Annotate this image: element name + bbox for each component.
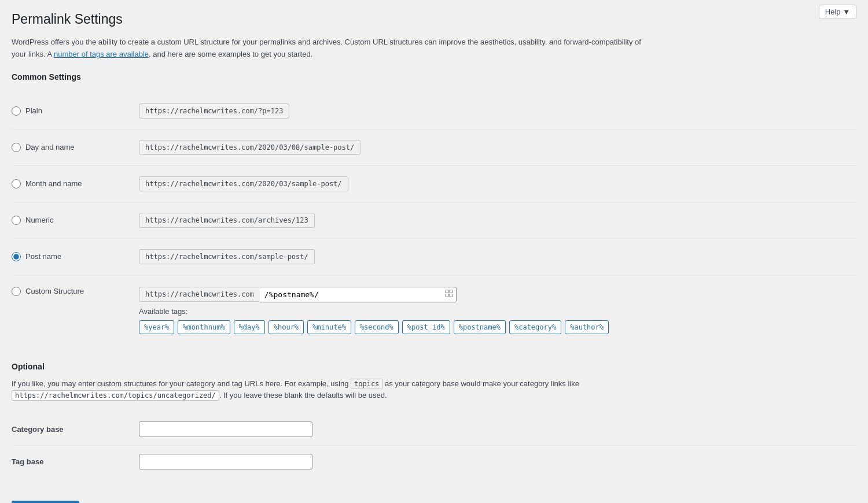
tag-year[interactable]: %year% <box>139 320 174 334</box>
custom-structure-input[interactable] <box>260 287 457 302</box>
tag-day[interactable]: %day% <box>234 320 265 334</box>
svg-rect-0 <box>446 290 448 293</box>
tags-available-link[interactable]: number of tags are available <box>54 50 149 58</box>
month-and-name-label: Month and name <box>25 179 82 188</box>
month-and-name-radio[interactable] <box>12 179 21 188</box>
optional-table: Category base Tag base <box>12 413 856 478</box>
svg-rect-1 <box>450 290 453 293</box>
optional-desc-part2: as your category base would make your ca… <box>382 379 579 388</box>
day-and-name-radio-label[interactable]: Day and name <box>12 143 139 152</box>
tag-postname[interactable]: %postname% <box>454 320 506 334</box>
optional-desc-part1: If you like, you may enter custom struct… <box>12 379 351 388</box>
table-row: Category base <box>12 413 856 446</box>
post-name-url-preview: https://rachelmcwrites.com/sample-post/ <box>139 249 315 264</box>
numeric-url-preview: https://rachelmcwrites.com/archives/123 <box>139 213 315 228</box>
intro-text: WordPress offers you the ability to crea… <box>12 36 648 61</box>
numeric-radio[interactable] <box>12 216 21 225</box>
post-name-radio[interactable] <box>12 252 21 261</box>
tag-second[interactable]: %second% <box>355 320 399 334</box>
tag-hour[interactable]: %hour% <box>269 320 304 334</box>
page-title: Permalink Settings <box>12 12 856 27</box>
plain-url-preview: https://rachelmcwrites.com/?p=123 <box>139 103 289 119</box>
numeric-label: Numeric <box>25 216 53 224</box>
optional-section: Optional If you like, you may enter cust… <box>12 362 856 478</box>
table-row: Tag base <box>12 446 856 478</box>
custom-structure-radio-label[interactable]: Custom Structure <box>12 287 139 296</box>
optional-url-example: https://rachelmcwrites.com/topics/uncate… <box>12 390 219 401</box>
post-name-radio-label[interactable]: Post name <box>12 252 139 261</box>
category-base-label: Category base <box>12 425 64 434</box>
day-and-name-radio[interactable] <box>12 143 21 152</box>
common-settings-table: Plain https://rachelmcwrites.com/?p=123 … <box>12 93 856 345</box>
table-row: Day and name https://rachelmcwrites.com/… <box>12 129 856 165</box>
custom-structure-wrap: https://rachelmcwrites.com <box>139 287 856 302</box>
intro-text-after: , and here are some examples to get you … <box>149 50 312 58</box>
optional-title: Optional <box>12 362 856 371</box>
custom-structure-label: Custom Structure <box>25 287 84 295</box>
day-and-name-label: Day and name <box>25 143 75 151</box>
available-tags-label: Available tags: <box>139 307 856 316</box>
tag-base-input[interactable] <box>139 454 312 469</box>
plain-radio-label[interactable]: Plain <box>12 106 139 116</box>
custom-url-base: https://rachelmcwrites.com <box>139 287 260 302</box>
plain-radio[interactable] <box>12 106 21 116</box>
table-row: Numeric https://rachelmcwrites.com/archi… <box>12 202 856 238</box>
optional-desc-part3: . If you leave these blank the defaults … <box>219 391 387 400</box>
tag-monthnum[interactable]: %monthnum% <box>178 320 230 334</box>
tag-minute[interactable]: %minute% <box>307 320 351 334</box>
tag-base-label: Tag base <box>12 457 43 466</box>
table-row: Custom Structure https://rachelmcwrites.… <box>12 275 856 345</box>
svg-rect-3 <box>450 294 453 297</box>
help-button[interactable]: Help ▼ <box>819 5 856 19</box>
category-base-input[interactable] <box>139 421 312 437</box>
save-changes-button[interactable]: Save Changes <box>12 501 79 503</box>
numeric-radio-label[interactable]: Numeric <box>12 216 139 225</box>
month-and-name-url-preview: https://rachelmcwrites.com/2020/03/sampl… <box>139 176 348 191</box>
tags-wrap: %year% %monthnum% %day% %hour% %minute% … <box>139 320 856 334</box>
post-name-label: Post name <box>25 252 61 261</box>
optional-desc: If you like, you may enter custom struct… <box>12 378 648 402</box>
tag-category[interactable]: %category% <box>509 320 561 334</box>
tag-author[interactable]: %author% <box>565 320 609 334</box>
browse-icon[interactable] <box>445 290 453 299</box>
plain-label: Plain <box>25 106 42 115</box>
common-settings-title: Common Settings <box>12 72 856 84</box>
table-row: Month and name https://rachelmcwrites.co… <box>12 165 856 202</box>
table-row: Plain https://rachelmcwrites.com/?p=123 <box>12 93 856 130</box>
table-row: Post name https://rachelmcwrites.com/sam… <box>12 238 856 275</box>
day-and-name-url-preview: https://rachelmcwrites.com/2020/03/08/sa… <box>139 140 361 155</box>
custom-structure-input-wrap <box>260 287 457 302</box>
tag-post-id[interactable]: %post_id% <box>402 320 450 334</box>
month-and-name-radio-label[interactable]: Month and name <box>12 179 139 188</box>
optional-code-example: topics <box>351 379 382 389</box>
svg-rect-2 <box>446 294 448 297</box>
custom-structure-radio[interactable] <box>12 287 21 296</box>
